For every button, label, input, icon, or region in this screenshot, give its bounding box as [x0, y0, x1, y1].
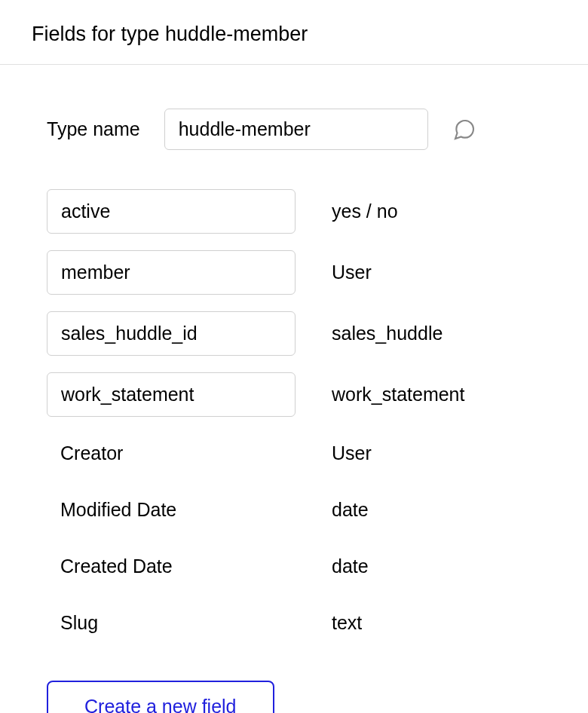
field-name-static: Modified Date	[47, 490, 296, 530]
field-row: Modified Date date	[47, 490, 588, 530]
field-row: Created Date date	[47, 546, 588, 586]
field-name-static: Created Date	[47, 546, 296, 586]
field-row: work_statement work_statement	[47, 372, 588, 417]
field-row: active yes / no	[47, 189, 588, 234]
field-row: Slug text	[47, 603, 588, 643]
field-type-label: sales_huddle	[332, 323, 443, 344]
content-area: Type name active yes / no member User sa…	[0, 65, 588, 713]
field-type-label: text	[332, 612, 362, 634]
field-type-label: date	[332, 555, 369, 577]
type-name-label: Type name	[47, 118, 140, 140]
field-type-label: User	[332, 262, 372, 283]
field-name-input[interactable]: member	[47, 250, 296, 295]
field-type-label: work_statement	[332, 384, 464, 405]
page-title: Fields for type huddle-member	[0, 0, 588, 65]
field-type-label: User	[332, 442, 372, 464]
field-row: member User	[47, 250, 588, 295]
field-row: Creator User	[47, 433, 588, 473]
field-name-static: Creator	[47, 433, 296, 473]
field-name-input[interactable]: sales_huddle_id	[47, 311, 296, 356]
field-type-label: yes / no	[332, 200, 398, 222]
create-field-button[interactable]: Create a new field	[47, 681, 274, 713]
comment-icon[interactable]	[452, 118, 476, 142]
field-name-static: Slug	[47, 603, 296, 643]
field-name-input[interactable]: active	[47, 189, 296, 234]
type-name-input[interactable]	[164, 109, 428, 150]
field-name-input[interactable]: work_statement	[47, 372, 296, 417]
field-row: sales_huddle_id sales_huddle	[47, 311, 588, 356]
fields-list: active yes / no member User sales_huddle…	[47, 189, 588, 643]
field-type-label: date	[332, 499, 369, 521]
type-name-row: Type name	[47, 109, 588, 150]
